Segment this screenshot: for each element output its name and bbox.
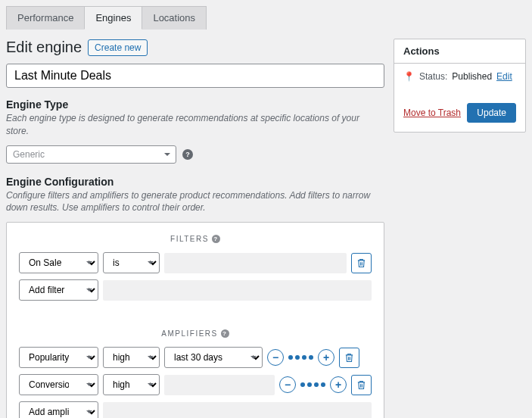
amp-field-select[interactable]: Popularity (19, 347, 98, 368)
engine-config-heading: Engine Configuration (6, 176, 384, 188)
help-icon[interactable]: ? (212, 235, 220, 243)
add-amplifier-select[interactable]: Add amplifier (19, 401, 98, 418)
amp-dir-select[interactable]: high to low (103, 374, 160, 395)
filter-op-select[interactable]: is (103, 252, 160, 273)
amplifier-row: Popularity high to low last 30 days − + (19, 347, 372, 368)
plus-icon: + (323, 352, 329, 363)
filters-subheader: FILTERS ? (19, 235, 372, 243)
plus-icon: + (335, 379, 341, 390)
amplifiers-subheader: AMPLIFIERS ? (19, 329, 372, 338)
minus-icon: − (272, 352, 278, 363)
trash-icon (345, 353, 353, 363)
amp-placeholder (103, 402, 372, 418)
actions-panel: Actions 📍 Status: Published Edit Move to… (394, 39, 526, 133)
tab-performance[interactable]: Performance (6, 6, 85, 30)
pin-icon: 📍 (403, 71, 415, 82)
status-row: 📍 Status: Published Edit (403, 71, 516, 82)
create-new-button[interactable]: Create new (88, 39, 148, 56)
engine-type-select[interactable]: Generic (6, 145, 176, 164)
filter-field-select[interactable]: On Sale (19, 252, 98, 273)
filter-placeholder (103, 280, 372, 301)
tab-engines[interactable]: Engines (84, 6, 142, 30)
amp-field-select[interactable]: Conversion Rate (19, 374, 98, 395)
engine-config-desc: Configure filters and amplifiers to gene… (6, 189, 384, 215)
engine-type-heading: Engine Type (6, 98, 384, 111)
delete-filter-button[interactable] (351, 253, 372, 273)
help-icon[interactable]: ? (182, 149, 193, 160)
help-icon[interactable]: ? (221, 329, 229, 338)
page-title: Edit engine (6, 39, 82, 56)
weight-dots (300, 382, 325, 387)
edit-status-link[interactable]: Edit (496, 71, 512, 82)
trash-icon (357, 380, 366, 390)
add-filter-select[interactable]: Add filter (19, 279, 98, 301)
filter-value-placeholder (164, 253, 347, 273)
delete-amplifier-button[interactable] (339, 348, 359, 368)
amplifier-row: Conversion Rate high to low − + (19, 374, 372, 395)
weight-dots (288, 355, 313, 360)
decrease-weight-button[interactable]: − (279, 376, 296, 393)
update-button[interactable]: Update (467, 103, 516, 123)
engine-type-desc: Each engine type is designed to generate… (6, 112, 384, 138)
filter-row: On Sale is (19, 252, 372, 273)
tabs: Performance Engines Locations (0, 0, 532, 30)
actions-heading: Actions (394, 39, 525, 64)
decrease-weight-button[interactable]: − (267, 349, 284, 366)
move-to-trash-link[interactable]: Move to Trash (403, 108, 461, 118)
config-box: FILTERS ? On Sale is Add filter AMPLIFIE… (6, 222, 384, 418)
delete-amplifier-button[interactable] (351, 375, 372, 395)
amp-placeholder (164, 375, 275, 395)
tab-locations[interactable]: Locations (142, 6, 207, 30)
amp-period-select[interactable]: last 30 days (164, 347, 263, 368)
minus-icon: − (285, 379, 291, 390)
engine-name-input[interactable] (6, 64, 384, 88)
amp-dir-select[interactable]: high to low (103, 347, 160, 368)
increase-weight-button[interactable]: + (330, 376, 347, 393)
add-filter-row: Add filter (19, 279, 372, 301)
add-amplifier-row: Add amplifier (19, 401, 372, 418)
increase-weight-button[interactable]: + (318, 349, 334, 366)
trash-icon (357, 258, 366, 268)
